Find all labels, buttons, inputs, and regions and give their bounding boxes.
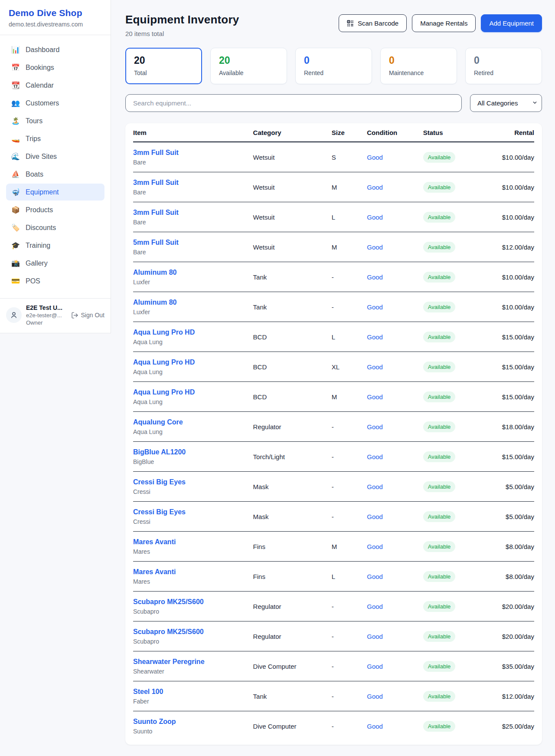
condition-link[interactable]: Good [367,184,383,191]
condition-link[interactable]: Good [367,243,383,251]
item-name-link[interactable]: Steel 100 [133,688,253,696]
item-name-link[interactable]: 5mm Full Suit [133,239,253,247]
item-category: Mask [253,483,332,490]
status-cell: Available [423,272,477,283]
item-size: - [332,633,367,640]
sidebar-item-trips[interactable]: 🚤 Trips [6,130,104,147]
item-name-link[interactable]: Shearwater Peregrine [133,658,253,666]
item-name-link[interactable]: Aluminum 80 [133,269,253,276]
condition-link[interactable]: Good [367,393,383,401]
stat-card-total[interactable]: 20 Total [125,48,202,84]
item-name-link[interactable]: Scubapro MK25/S600 [133,628,253,636]
sidebar-item-calendar[interactable]: 📆 Calendar [6,77,104,94]
status-badge: Available [423,362,456,372]
item-brand: Scubapro [133,608,253,615]
condition-link[interactable]: Good [367,423,383,431]
item-cell: 3mm Full Suit Bare [133,179,253,196]
condition-cell: Good [367,363,423,371]
item-name-link[interactable]: Scubapro MK25/S600 [133,598,253,606]
item-name-link[interactable]: Aqualung Core [133,418,253,426]
sign-out-button[interactable]: Sign Out [71,312,104,319]
item-size: S [332,154,367,161]
status-cell: Available [423,541,477,552]
item-name-link[interactable]: Aqua Lung Pro HD [133,358,253,366]
condition-link[interactable]: Good [367,483,383,490]
condition-link[interactable]: Good [367,453,383,460]
item-name-link[interactable]: 3mm Full Suit [133,149,253,157]
item-name-link[interactable]: BigBlue AL1200 [133,448,253,456]
stat-card-retired[interactable]: 0 Retired [465,48,542,84]
sidebar-item-tours[interactable]: 🏝️ Tours [6,112,104,129]
manage-rentals-button[interactable]: Manage Rentals [412,14,476,32]
status-cell: Available [423,601,477,612]
sidebar-item-pos[interactable]: 💳 POS [6,273,104,289]
stat-card-maintenance[interactable]: 0 Maintenance [380,48,457,84]
condition-link[interactable]: Good [367,573,383,580]
condition-link[interactable]: Good [367,603,383,610]
add-equipment-button[interactable]: Add Equipment [481,14,542,32]
condition-link[interactable]: Good [367,154,383,161]
status-cell: Available [423,721,477,732]
sidebar-item-discounts[interactable]: 🏷️ Discounts [6,219,104,236]
column-header-status: Status [423,123,477,141]
item-name-link[interactable]: Mares Avanti [133,568,253,576]
manage-rentals-label: Manage Rentals [420,20,467,27]
condition-link[interactable]: Good [367,303,383,311]
condition-link[interactable]: Good [367,513,383,520]
sidebar-item-dive-sites[interactable]: 🌊 Dive Sites [6,148,104,165]
scan-barcode-button[interactable]: Scan Barcode [339,14,407,32]
search-input[interactable] [125,94,462,112]
sidebar-item-customers[interactable]: 👥 Customers [6,95,104,112]
condition-link[interactable]: Good [367,214,383,221]
status-cell: Available [423,391,477,402]
condition-link[interactable]: Good [367,693,383,700]
item-size: XL [332,363,367,371]
stat-value: 0 [304,55,363,66]
status-badge: Available [423,691,456,702]
item-name-link[interactable]: Mares Avanti [133,538,253,546]
rental-price: $10.00/day [477,184,534,191]
condition-link[interactable]: Good [367,273,383,281]
sidebar-item-boats[interactable]: ⛵ Boats [6,166,104,183]
item-cell: 5mm Full Suit Bare [133,239,253,256]
nav-icon: 📆 [11,81,20,89]
condition-link[interactable]: Good [367,633,383,640]
condition-cell: Good [367,633,423,640]
status-badge: Available [423,152,456,163]
condition-cell: Good [367,603,423,610]
item-cell: Cressi Big Eyes Cressi [133,508,253,525]
condition-link[interactable]: Good [367,363,383,371]
sidebar-item-equipment[interactable]: 🤿 Equipment [6,184,104,201]
item-name-link[interactable]: Cressi Big Eyes [133,508,253,516]
stat-card-available[interactable]: 20 Available [210,48,287,84]
condition-cell: Good [367,573,423,580]
sidebar-item-gallery[interactable]: 📸 Gallery [6,255,104,272]
condition-link[interactable]: Good [367,333,383,341]
item-cell: Scubapro MK25/S600 Scubapro [133,598,253,615]
item-name-link[interactable]: Aqua Lung Pro HD [133,329,253,336]
sidebar-item-dashboard[interactable]: 📊 Dashboard [6,41,104,58]
status-cell: Available [423,152,477,163]
item-name-link[interactable]: Aluminum 80 [133,299,253,306]
condition-cell: Good [367,154,423,161]
condition-link[interactable]: Good [367,723,383,730]
status-cell: Available [423,481,477,492]
item-name-link[interactable]: 3mm Full Suit [133,209,253,217]
table-row: Aqua Lung Pro HD Aqua Lung BCD M Good Av… [133,382,534,412]
stat-card-rented[interactable]: 0 Rented [295,48,372,84]
item-size: - [332,423,367,431]
sidebar-item-products[interactable]: 📦 Products [6,201,104,218]
item-name-link[interactable]: 3mm Full Suit [133,179,253,187]
condition-link[interactable]: Good [367,663,383,670]
status-badge: Available [423,242,456,253]
sidebar-item-bookings[interactable]: 📅 Bookings [6,59,104,76]
item-name-link[interactable]: Suunto Zoop [133,718,253,726]
item-name-link[interactable]: Aqua Lung Pro HD [133,388,253,396]
table-row: Scubapro MK25/S600 Scubapro Regulator - … [133,621,534,651]
category-select[interactable]: All Categories [470,94,542,112]
condition-link[interactable]: Good [367,543,383,550]
equipment-table: ItemCategorySizeConditionStatusRental 3m… [125,123,542,745]
item-name-link[interactable]: Cressi Big Eyes [133,478,253,486]
item-size: M [332,543,367,550]
sidebar-item-training[interactable]: 🎓 Training [6,237,104,254]
